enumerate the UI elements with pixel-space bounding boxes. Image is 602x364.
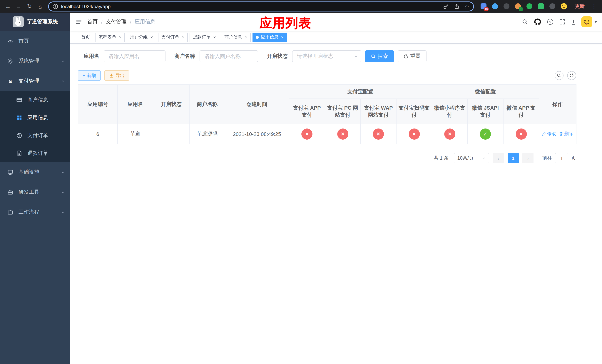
refresh-icon	[570, 73, 574, 78]
app-title: 芋道管理系统	[27, 19, 58, 25]
close-icon[interactable]: ×	[119, 35, 121, 39]
payment-submenu: 商户信息 应用信息 支付订单	[0, 91, 70, 162]
font-size-icon[interactable]: T	[572, 19, 575, 25]
document-icon	[16, 150, 22, 156]
coin-icon	[16, 133, 22, 139]
cell-app-id: 6	[78, 124, 118, 144]
col-header-app-name: 应用名	[118, 85, 153, 124]
merchant-name-input[interactable]	[200, 50, 258, 62]
dashboard-icon	[7, 38, 13, 44]
col-header-create-time: 创建时间	[225, 85, 289, 124]
help-icon[interactable]: ?	[547, 19, 553, 25]
reset-button[interactable]: 重置	[398, 50, 427, 62]
edit-link[interactable]: 修改	[542, 131, 556, 137]
browser-home-button[interactable]: ⌂	[35, 1, 45, 11]
app-name-label: 应用名	[84, 53, 99, 60]
browser-toolbar: ← → ↻ ⌂ localhost:1024/pay/app ☆	[0, 0, 602, 13]
close-icon[interactable]: ×	[245, 35, 247, 39]
share-icon[interactable]	[454, 3, 459, 9]
delete-link[interactable]: 删除	[559, 131, 573, 137]
tab-refund-order[interactable]: 退款订单×	[190, 32, 219, 42]
user-menu[interactable]: ▾	[581, 16, 597, 27]
col-header-status: 开启状态	[153, 85, 189, 124]
fullscreen-icon[interactable]	[559, 19, 566, 25]
sidebar-item-home[interactable]: 首页	[0, 31, 70, 51]
close-icon[interactable]: ×	[150, 35, 153, 39]
bookmark-star-icon[interactable]: ☆	[464, 3, 469, 9]
sidebar-logo[interactable]: 芋道管理系统	[0, 13, 70, 31]
browser-menu-icon[interactable]: ⋮	[589, 3, 599, 10]
prev-page-button[interactable]: ‹	[493, 153, 504, 163]
tab-user-group[interactable]: 用户分组×	[127, 32, 156, 42]
refresh-table-button[interactable]	[567, 71, 576, 80]
breadcrumb-current: 应用信息	[135, 19, 155, 25]
url-text[interactable]: localhost:1024/pay/app	[61, 3, 110, 9]
browser-update-button[interactable]: 更新	[571, 3, 588, 10]
tab-app-info[interactable]: 应用信息×	[252, 32, 287, 42]
extension-vue-devtools-icon[interactable]	[526, 3, 533, 10]
filter-form: 应用名 商户名称 开启状态 请选择开启状态 搜索	[84, 50, 576, 62]
sidebar-item-workflow[interactable]: 工作流程	[0, 202, 70, 222]
sidebar-menu: 首页 系统管理 ¥ 支付管理	[0, 31, 70, 222]
sidebar-item-payment[interactable]: ¥ 支付管理	[0, 71, 70, 91]
browser-forward-button[interactable]: →	[14, 1, 24, 11]
sidebar-item-app-info[interactable]: 应用信息	[0, 109, 70, 127]
extension-drop-icon[interactable]	[491, 3, 499, 10]
pencil-icon	[542, 132, 546, 136]
toggle-search-button[interactable]	[555, 71, 563, 80]
extension-emoji-icon[interactable]	[560, 3, 568, 10]
extension-dark-circle-icon[interactable]	[503, 3, 510, 10]
cell-create-time: 2021-10-23 08:49:25	[225, 124, 289, 144]
main-column: 首页 / 支付管理 / 应用信息 ?	[70, 13, 602, 364]
sidebar-item-merchant-info[interactable]: 商户信息	[0, 91, 70, 109]
status-select[interactable]: 请选择开启状态	[292, 50, 361, 62]
breadcrumb-payment[interactable]: 支付管理	[106, 19, 127, 25]
tab-pay-order[interactable]: 支付订单×	[158, 32, 188, 42]
close-icon[interactable]: ×	[213, 35, 216, 39]
goto-page-input[interactable]	[555, 153, 568, 163]
col-header-alipay-app: 支付宝 APP 支付	[289, 99, 325, 124]
github-icon[interactable]	[534, 19, 541, 25]
sidebar-item-pay-order[interactable]: 支付订单	[0, 127, 70, 144]
extension-profile-icon[interactable]: 1	[514, 3, 522, 10]
password-key-icon[interactable]	[443, 3, 449, 9]
close-icon[interactable]: ×	[182, 35, 184, 39]
chevron-down-icon	[61, 170, 65, 174]
next-page-button[interactable]: ›	[522, 153, 534, 163]
app-name-input[interactable]	[104, 50, 165, 62]
sidebar-item-infra[interactable]: 基础设施	[0, 162, 70, 182]
search-button[interactable]: 搜索	[365, 50, 394, 62]
alipay-qr-disabled-icon: ×	[408, 128, 420, 139]
browser-back-button[interactable]: ←	[3, 1, 13, 11]
alipay-wap-disabled-icon: ×	[373, 128, 384, 139]
page-content: 应用名 商户名称 开启状态 请选择开启状态 搜索	[70, 44, 602, 163]
tab-home[interactable]: 首页	[78, 32, 93, 42]
sidebar-item-system[interactable]: 系统管理	[0, 51, 70, 71]
extension-puzzle-icon[interactable]	[549, 3, 556, 10]
caret-down-icon: ▾	[595, 20, 597, 24]
box-icon	[7, 209, 13, 215]
export-button[interactable]: 导出	[104, 70, 129, 81]
app-table: 应用编号 应用名 开启状态 商户名称 创建时间 支付宝配置 微信配置 操作 支付…	[78, 85, 576, 144]
site-info-icon[interactable]	[53, 3, 58, 9]
page-size-select[interactable]: 10条/页	[454, 153, 489, 163]
extension-grid-icon[interactable]: 10	[480, 3, 487, 10]
sidebar-item-devtools[interactable]: 研发工具	[0, 182, 70, 202]
address-bar[interactable]: localhost:1024/pay/app ☆	[48, 1, 474, 11]
page-number-button[interactable]: 1	[508, 153, 519, 163]
col-group-alipay: 支付宝配置	[289, 85, 432, 99]
tab-process-form[interactable]: 流程表单×	[95, 32, 125, 42]
add-button[interactable]: + 新增	[78, 70, 101, 81]
browser-reload-button[interactable]: ↻	[24, 1, 34, 11]
grid-icon	[16, 115, 22, 121]
sidebar-item-refund-order[interactable]: 退款订单	[0, 144, 70, 162]
status-label: 开启状态	[267, 53, 288, 60]
back-icon: ←	[5, 3, 11, 10]
hamburger-icon[interactable]	[70, 19, 87, 25]
search-icon	[371, 54, 376, 59]
close-icon[interactable]: ×	[281, 35, 284, 39]
extension-green-square-icon[interactable]	[537, 3, 545, 10]
header-search-icon[interactable]	[522, 19, 528, 25]
tab-merchant-info[interactable]: 商户信息×	[221, 32, 251, 42]
breadcrumb-home[interactable]: 首页	[87, 19, 98, 25]
